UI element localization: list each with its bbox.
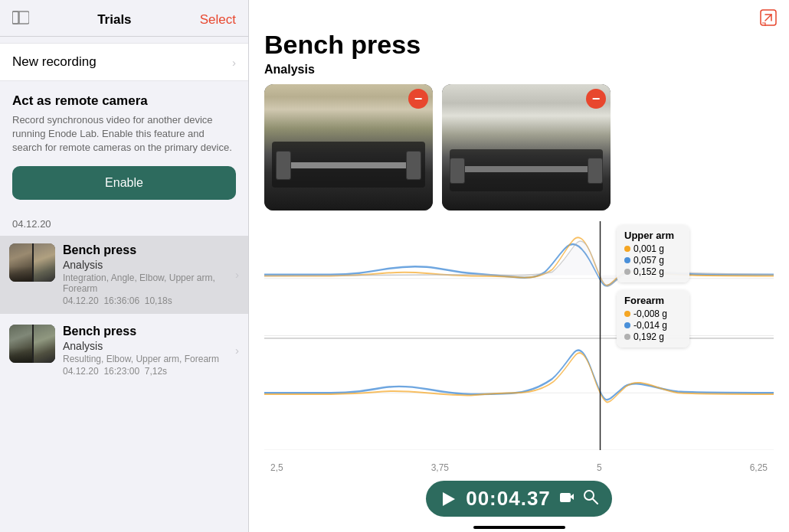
trial-title-1: Bench press <box>63 243 228 257</box>
home-indicator <box>473 526 565 529</box>
remove-video-2-button[interactable] <box>586 89 606 109</box>
trial-thumbnail-1 <box>9 243 55 282</box>
select-button[interactable]: Select <box>200 12 236 28</box>
enable-button[interactable]: Enable <box>12 166 236 200</box>
trial-info-1: Bench press Analysis Integration, Angle,… <box>63 243 228 306</box>
trial-meta-1: 04.12.20 16:36:06 10,18s <box>63 295 228 306</box>
search-icon[interactable] <box>583 489 598 508</box>
upper-arm-tooltip: Upper arm 0,001 g 0,057 g 0,152 g <box>617 225 689 282</box>
upper-arm-title: Upper arm <box>624 230 682 241</box>
trial-title-2: Bench press <box>63 325 228 338</box>
chart-x-axis: 2,5 3,75 5 6,25 <box>264 462 774 473</box>
exercise-title: Bench press <box>264 30 774 60</box>
x-label-2: 3,75 <box>431 462 449 473</box>
sidebar-title: Trials <box>97 12 131 28</box>
date-section: 04.12.20 <box>0 212 248 233</box>
svg-line-12 <box>593 499 597 504</box>
trial-tags-1: Integration, Angle, Elbow, Upper arm, Fo… <box>63 273 228 294</box>
share-icon[interactable] <box>760 9 777 30</box>
trial-info-2: Bench press Analysis Resulting, Elbow, U… <box>63 325 228 377</box>
clip-icon[interactable] <box>558 490 575 508</box>
trial-analysis-2: Analysis <box>63 340 228 352</box>
video-thumb-1[interactable] <box>264 84 433 211</box>
content-area: Bench press Analysis <box>249 30 789 523</box>
chart-svg <box>264 221 774 450</box>
trial-item[interactable]: Bench press Analysis Integration, Angle,… <box>0 236 248 314</box>
playback-pill[interactable]: 00:04.37 <box>426 481 612 517</box>
main-panel: Bench press Analysis <box>249 0 789 532</box>
remote-camera-section: Act as remote camera Record synchronous … <box>0 81 248 212</box>
trial-meta-2: 04.12.20 16:23:00 7,12s <box>63 366 228 377</box>
play-button[interactable] <box>440 490 458 508</box>
svg-rect-10 <box>560 493 571 502</box>
new-recording-item[interactable]: New recording › <box>0 43 248 81</box>
trial-tags-2: Resulting, Elbow, Upper arm, Forearm <box>63 354 228 364</box>
sidebar-content: New recording › Act as remote camera Rec… <box>0 37 248 532</box>
video-thumb-2[interactable] <box>442 84 611 211</box>
svg-rect-1 <box>12 11 29 24</box>
main-header <box>249 0 789 30</box>
forearm-value-1: -0,008 g <box>624 308 682 319</box>
forearm-title: Forearm <box>624 295 682 306</box>
sidebar-toggle-icon[interactable] <box>12 11 29 28</box>
new-recording-label: New recording <box>12 54 97 70</box>
remove-video-1-button[interactable] <box>408 89 428 109</box>
svg-point-11 <box>584 491 594 500</box>
sidebar-header: Trials Select <box>0 0 248 37</box>
forearm-tooltip: Forearm -0,008 g -0,014 g 0,192 g <box>617 290 689 348</box>
x-label-4: 6,25 <box>750 462 768 473</box>
x-label-3: 5 <box>597 462 602 473</box>
video-row <box>264 84 774 211</box>
forearm-value-2: -0,014 g <box>624 320 682 331</box>
trial-chevron-1: › <box>235 268 239 281</box>
svg-rect-0 <box>12 11 18 24</box>
sidebar: Trials Select New recording › Act as rem… <box>0 0 249 532</box>
trial-item[interactable]: Bench press Analysis Resulting, Elbow, U… <box>0 317 248 384</box>
trial-chevron-2: › <box>235 344 239 357</box>
x-label-1: 2,5 <box>270 462 283 473</box>
remote-camera-title: Act as remote camera <box>12 93 236 109</box>
new-recording-chevron: › <box>232 56 236 69</box>
trial-analysis-1: Analysis <box>63 259 228 271</box>
upper-arm-value-3: 0,152 g <box>624 266 682 277</box>
upper-arm-value-1: 0,001 g <box>624 243 682 254</box>
time-display: 00:04.37 <box>466 487 551 511</box>
forearm-value-3: 0,192 g <box>624 331 682 342</box>
upper-arm-value-2: 0,057 g <box>624 255 682 266</box>
analysis-label: Analysis <box>264 63 774 77</box>
trial-thumbnail-2 <box>9 325 55 363</box>
playback-bar: 00:04.37 <box>264 473 774 523</box>
remote-camera-description: Record synchronous video for another dev… <box>12 113 236 155</box>
chart-container: Upper arm 0,001 g 0,057 g 0,152 g Forear… <box>264 221 774 473</box>
